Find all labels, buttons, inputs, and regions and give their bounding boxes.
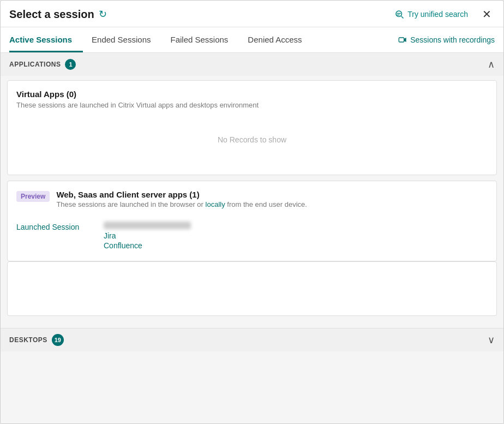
session-app-confluence[interactable]: Confluence — [104, 241, 191, 250]
web-saas-card-info: Web, Saas and Client server apps (1) The… — [56, 190, 307, 213]
modal-body: APPLICATIONS 1 ∧ Virtual Apps (0) These … — [1, 53, 503, 423]
modal-title-area: Select a session ↻ — [9, 8, 107, 21]
tab-sessions-recordings[interactable]: Sessions with recordings — [398, 28, 495, 52]
applications-title-area: APPLICATIONS 1 — [9, 59, 76, 70]
web-saas-desc-highlight: locally — [206, 200, 225, 208]
search-icon — [394, 9, 404, 19]
session-label: Launched Session — [16, 222, 104, 231]
web-saas-title: Web, Saas and Client server apps (1) — [56, 190, 307, 199]
svg-rect-3 — [397, 15, 400, 16]
modal-title: Select a session — [9, 8, 94, 21]
applications-chevron-up-icon[interactable]: ∧ — [488, 58, 495, 70]
web-saas-description: These sessions are launched in the brows… — [56, 200, 307, 208]
preview-badge: Preview — [16, 191, 50, 202]
recordings-icon — [398, 35, 407, 44]
unified-search-button[interactable]: Try unified search — [390, 7, 472, 21]
tab-denied-access[interactable]: Denied Access — [248, 27, 313, 52]
session-app-jira[interactable]: Jira — [104, 231, 191, 240]
svg-rect-4 — [399, 38, 404, 42]
desktops-badge: 19 — [52, 334, 64, 346]
applications-section-header: APPLICATIONS 1 ∧ — [1, 53, 503, 76]
tab-failed-sessions[interactable]: Failed Sessions — [170, 27, 239, 52]
svg-line-1 — [401, 16, 404, 19]
web-saas-desc-prefix: These sessions are launched in the brows… — [56, 200, 205, 208]
empty-space-card — [7, 261, 497, 316]
session-blurred-info — [104, 222, 191, 229]
web-saas-desc-suffix: from the end user device. — [225, 200, 307, 208]
desktops-chevron-down-icon[interactable]: ∨ — [488, 334, 495, 346]
web-saas-card: Preview Web, Saas and Client server apps… — [7, 181, 497, 261]
tab-ended-sessions[interactable]: Ended Sessions — [92, 27, 161, 52]
desktops-title-area: DESKTOPS 19 — [9, 334, 64, 346]
refresh-icon[interactable]: ↻ — [99, 8, 107, 20]
applications-badge: 1 — [65, 59, 76, 70]
desktops-section-title: DESKTOPS — [9, 336, 47, 344]
modal-header: Select a session ↻ Try unified search ✕ — [1, 1, 503, 27]
tab-active-sessions[interactable]: Active Sessions — [9, 27, 83, 52]
session-details: Jira Confluence — [104, 222, 191, 250]
launched-session-row: Launched Session Jira Confluence — [16, 219, 488, 252]
virtual-apps-card: Virtual Apps (0) These sessions are laun… — [7, 80, 497, 175]
tabs-bar: Active Sessions Ended Sessions Failed Se… — [1, 27, 503, 53]
applications-section-title: APPLICATIONS — [9, 61, 61, 68]
web-saas-card-header: Preview Web, Saas and Client server apps… — [16, 190, 488, 213]
virtual-apps-no-records: No Records to show — [16, 114, 488, 166]
virtual-apps-description: These sessions are launched in Citrix Vi… — [16, 101, 488, 109]
virtual-apps-title: Virtual Apps (0) — [16, 89, 488, 99]
unified-search-label: Try unified search — [407, 10, 468, 19]
header-right: Try unified search ✕ — [390, 7, 495, 21]
applications-section-content: Virtual Apps (0) These sessions are laun… — [1, 76, 503, 328]
select-session-modal: Select a session ↻ Try unified search ✕ … — [0, 0, 504, 424]
desktops-section-header: DESKTOPS 19 ∨ — [1, 328, 503, 351]
svg-rect-2 — [397, 13, 401, 14]
recordings-tab-label: Sessions with recordings — [410, 35, 495, 44]
close-button[interactable]: ✕ — [479, 8, 495, 21]
